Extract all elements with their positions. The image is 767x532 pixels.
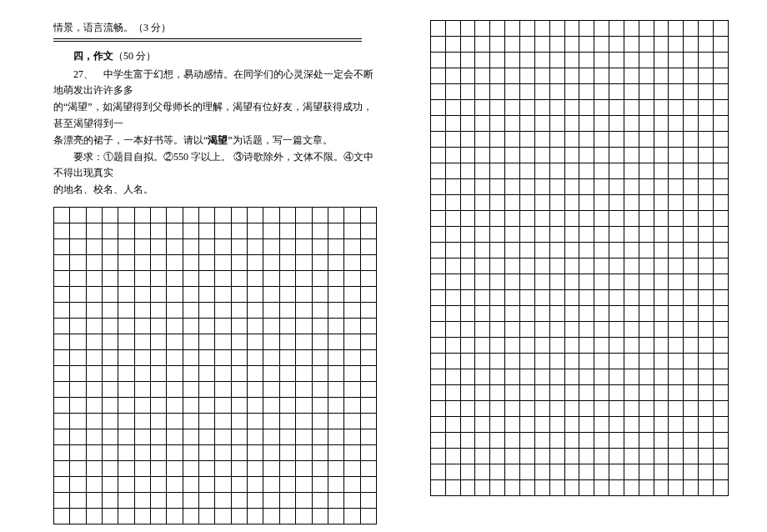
- grid-cell[interactable]: [475, 464, 490, 480]
- grid-cell[interactable]: [624, 100, 639, 116]
- grid-cell[interactable]: [564, 100, 579, 116]
- grid-cell[interactable]: [505, 290, 520, 306]
- grid-cell[interactable]: [263, 349, 279, 365]
- grid-cell[interactable]: [534, 274, 549, 290]
- grid-cell[interactable]: [534, 433, 549, 449]
- grid-cell[interactable]: [594, 211, 609, 227]
- grid-cell[interactable]: [534, 243, 549, 258]
- grid-cell[interactable]: [248, 508, 263, 524]
- grid-cell[interactable]: [344, 492, 360, 508]
- grid-cell[interactable]: [639, 148, 654, 163]
- grid-cell[interactable]: [475, 369, 490, 385]
- grid-cell[interactable]: [669, 132, 684, 148]
- grid-cell[interactable]: [430, 21, 445, 37]
- grid-cell[interactable]: [344, 429, 360, 444]
- grid-cell[interactable]: [312, 302, 328, 318]
- grid-cell[interactable]: [199, 254, 215, 270]
- grid-cell[interactable]: [183, 460, 198, 476]
- grid-cell[interactable]: [430, 179, 445, 195]
- grid-cell[interactable]: [167, 381, 183, 397]
- grid-cell[interactable]: [312, 476, 328, 492]
- grid-cell[interactable]: [490, 53, 505, 68]
- grid-cell[interactable]: [505, 417, 520, 433]
- grid-cell[interactable]: [490, 385, 505, 401]
- grid-cell[interactable]: [151, 270, 167, 286]
- grid-cell[interactable]: [151, 302, 167, 318]
- grid-cell[interactable]: [430, 290, 445, 306]
- grid-cell[interactable]: [519, 84, 534, 100]
- grid-cell[interactable]: [118, 223, 134, 238]
- grid-cell[interactable]: [231, 270, 247, 286]
- grid-cell[interactable]: [134, 444, 150, 460]
- grid-cell[interactable]: [699, 338, 714, 354]
- grid-cell[interactable]: [549, 37, 564, 53]
- grid-cell[interactable]: [684, 480, 699, 496]
- grid-cell[interactable]: [505, 464, 520, 480]
- grid-cell[interactable]: [445, 116, 460, 132]
- grid-cell[interactable]: [70, 413, 86, 429]
- grid-cell[interactable]: [167, 223, 183, 238]
- grid-cell[interactable]: [296, 302, 312, 318]
- grid-cell[interactable]: [669, 274, 684, 290]
- grid-cell[interactable]: [654, 322, 669, 338]
- grid-cell[interactable]: [54, 318, 70, 334]
- grid-cell[interactable]: [639, 53, 654, 68]
- grid-cell[interactable]: [684, 100, 699, 116]
- grid-cell[interactable]: [713, 480, 728, 496]
- grid-cell[interactable]: [328, 508, 343, 524]
- grid-cell[interactable]: [669, 290, 684, 306]
- grid-cell[interactable]: [505, 385, 520, 401]
- grid-cell[interactable]: [86, 349, 102, 365]
- grid-cell[interactable]: [86, 223, 102, 238]
- grid-cell[interactable]: [167, 429, 183, 444]
- grid-cell[interactable]: [475, 132, 490, 148]
- grid-cell[interactable]: [199, 492, 215, 508]
- grid-cell[interactable]: [360, 318, 376, 334]
- grid-cell[interactable]: [684, 163, 699, 179]
- grid-cell[interactable]: [296, 223, 312, 238]
- grid-cell[interactable]: [534, 37, 549, 53]
- grid-cell[interactable]: [263, 397, 279, 413]
- grid-cell[interactable]: [519, 417, 534, 433]
- grid-cell[interactable]: [248, 334, 263, 349]
- grid-cell[interactable]: [534, 306, 549, 322]
- grid-cell[interactable]: [54, 270, 70, 286]
- grid-cell[interactable]: [684, 68, 699, 84]
- grid-cell[interactable]: [134, 413, 150, 429]
- grid-cell[interactable]: [118, 429, 134, 444]
- grid-cell[interactable]: [445, 132, 460, 148]
- grid-cell[interactable]: [460, 211, 475, 227]
- grid-cell[interactable]: [475, 401, 490, 417]
- grid-cell[interactable]: [103, 397, 118, 413]
- grid-cell[interactable]: [505, 148, 520, 163]
- grid-cell[interactable]: [519, 306, 534, 322]
- grid-cell[interactable]: [70, 429, 86, 444]
- grid-cell[interactable]: [430, 163, 445, 179]
- grid-cell[interactable]: [519, 449, 534, 464]
- grid-cell[interactable]: [549, 53, 564, 68]
- grid-cell[interactable]: [430, 211, 445, 227]
- grid-cell[interactable]: [534, 100, 549, 116]
- grid-cell[interactable]: [594, 290, 609, 306]
- grid-cell[interactable]: [183, 365, 198, 381]
- grid-cell[interactable]: [564, 163, 579, 179]
- grid-cell[interactable]: [430, 338, 445, 354]
- grid-cell[interactable]: [460, 84, 475, 100]
- grid-cell[interactable]: [564, 433, 579, 449]
- grid-cell[interactable]: [54, 429, 70, 444]
- grid-cell[interactable]: [490, 449, 505, 464]
- grid-cell[interactable]: [609, 53, 624, 68]
- grid-cell[interactable]: [549, 68, 564, 84]
- grid-cell[interactable]: [564, 385, 579, 401]
- grid-cell[interactable]: [118, 444, 134, 460]
- grid-cell[interactable]: [231, 444, 247, 460]
- grid-cell[interactable]: [445, 417, 460, 433]
- grid-cell[interactable]: [231, 413, 247, 429]
- grid-cell[interactable]: [669, 163, 684, 179]
- grid-cell[interactable]: [183, 444, 198, 460]
- grid-cell[interactable]: [430, 385, 445, 401]
- grid-cell[interactable]: [460, 417, 475, 433]
- grid-cell[interactable]: [594, 68, 609, 84]
- grid-cell[interactable]: [312, 397, 328, 413]
- grid-cell[interactable]: [684, 37, 699, 53]
